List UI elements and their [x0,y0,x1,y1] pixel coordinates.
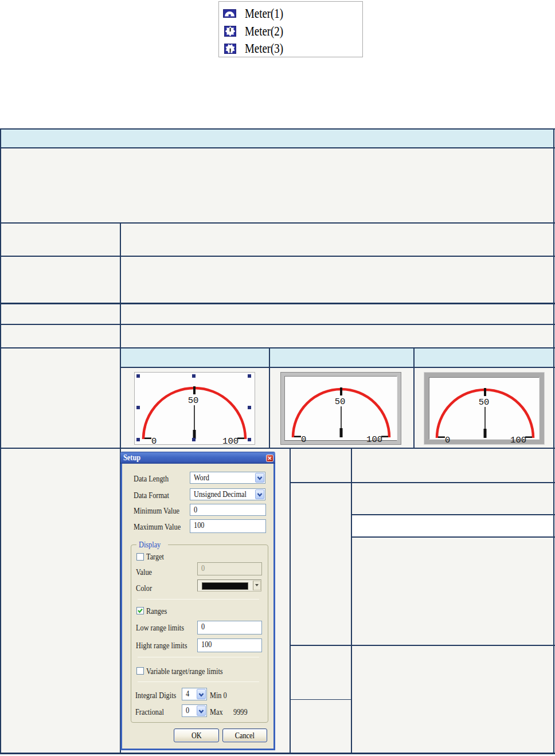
svg-text:0: 0 [301,434,306,445]
svg-text:100: 100 [510,435,526,445]
svg-text:0: 0 [151,436,157,446]
svg-text:50: 50 [479,397,490,408]
svg-text:50: 50 [188,395,199,406]
svg-text:100: 100 [222,436,239,446]
svg-text:0: 0 [445,435,450,445]
svg-text:50: 50 [335,397,346,407]
svg-text:100: 100 [366,434,382,445]
